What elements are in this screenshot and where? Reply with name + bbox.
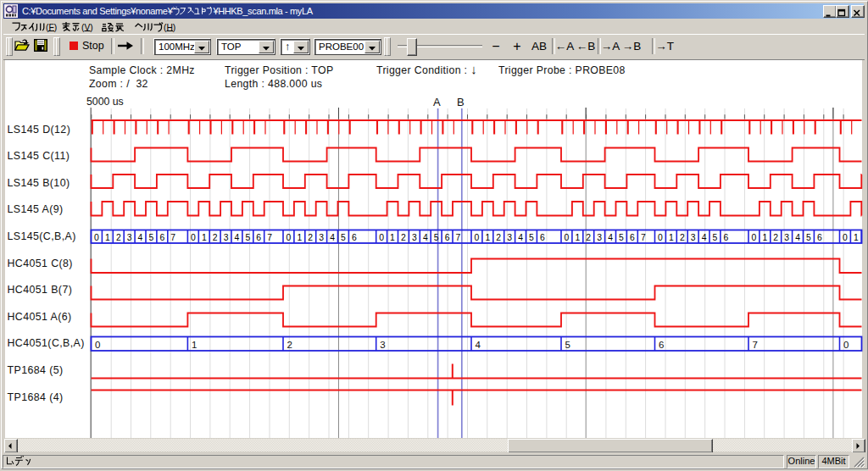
svg-text:7: 7 (456, 233, 461, 242)
svg-text:3: 3 (691, 233, 696, 242)
svg-text:7: 7 (641, 233, 646, 242)
svg-text:3: 3 (784, 233, 789, 242)
svg-text:B: B (457, 96, 465, 108)
svg-text:7: 7 (170, 233, 175, 242)
svg-text:6: 6 (817, 233, 822, 242)
svg-text:0: 0 (658, 233, 663, 242)
svg-text:HC4051 A(6): HC4051 A(6) (8, 311, 72, 323)
svg-text:5: 5 (529, 233, 534, 242)
svg-text:6: 6 (352, 233, 357, 242)
svg-text:0: 0 (752, 233, 757, 242)
svg-text:2: 2 (308, 233, 313, 242)
svg-text:TP1684 (5): TP1684 (5) (8, 364, 64, 376)
svg-text:5: 5 (565, 340, 570, 350)
svg-text:6: 6 (445, 233, 450, 242)
svg-text:3: 3 (412, 233, 417, 242)
svg-text:HC4051 B(7): HC4051 B(7) (8, 284, 73, 296)
svg-text:4: 4 (235, 233, 240, 242)
svg-text:1: 1 (669, 233, 674, 242)
svg-text:0: 0 (287, 233, 292, 242)
svg-text:1: 1 (105, 233, 110, 242)
svg-text:2: 2 (401, 233, 406, 242)
svg-text:3: 3 (224, 233, 229, 242)
svg-text:0: 0 (843, 340, 849, 350)
svg-text:3: 3 (380, 340, 385, 350)
svg-text:4: 4 (423, 233, 428, 242)
svg-text:2: 2 (680, 233, 685, 242)
svg-text:4: 4 (330, 233, 335, 242)
svg-text:7: 7 (753, 340, 758, 350)
svg-text:4: 4 (518, 233, 523, 242)
svg-text:A: A (433, 96, 441, 108)
svg-text:1: 1 (390, 233, 395, 242)
svg-text:0: 0 (94, 233, 99, 242)
svg-text:0: 0 (475, 233, 480, 242)
svg-text:4: 4 (608, 233, 613, 242)
svg-text:LS145 A(9): LS145 A(9) (8, 203, 64, 215)
svg-text:6: 6 (159, 233, 164, 242)
svg-text:2: 2 (773, 233, 778, 242)
svg-text:6: 6 (724, 233, 729, 242)
svg-text:0: 0 (843, 233, 848, 242)
svg-text:1: 1 (192, 340, 197, 350)
svg-text:2: 2 (287, 340, 292, 350)
svg-text:0: 0 (191, 233, 196, 242)
svg-text:LS145 C(11): LS145 C(11) (8, 150, 70, 162)
svg-text:5: 5 (341, 233, 346, 242)
svg-text:2: 2 (496, 233, 501, 242)
svg-text:5: 5 (149, 233, 154, 242)
svg-text:LS145(C,B,A): LS145(C,B,A) (8, 230, 76, 242)
svg-text:0: 0 (379, 233, 384, 242)
svg-text:4: 4 (138, 233, 143, 242)
svg-text:0: 0 (565, 233, 570, 242)
svg-text:6: 6 (256, 233, 261, 242)
svg-text:1: 1 (486, 233, 491, 242)
svg-text:6: 6 (630, 233, 635, 242)
svg-text:5: 5 (806, 233, 811, 242)
svg-text:1: 1 (576, 233, 581, 242)
svg-text:3: 3 (127, 233, 132, 242)
svg-text:5: 5 (713, 233, 718, 242)
svg-text:4: 4 (795, 233, 800, 242)
svg-text:2: 2 (586, 233, 591, 242)
svg-text:HC4051 C(8): HC4051 C(8) (8, 258, 73, 269)
svg-text:5: 5 (245, 233, 250, 242)
svg-text:3: 3 (507, 233, 512, 242)
svg-text:HC4051(C,B,A): HC4051(C,B,A) (8, 337, 85, 349)
svg-text:3: 3 (319, 233, 324, 242)
svg-text:4: 4 (476, 340, 481, 350)
svg-text:LS145 B(10): LS145 B(10) (8, 177, 70, 189)
svg-text:2: 2 (213, 233, 218, 242)
svg-text:5: 5 (619, 233, 624, 242)
svg-text:4: 4 (702, 233, 707, 242)
svg-text:5: 5 (434, 233, 439, 242)
svg-text:7: 7 (267, 233, 272, 242)
svg-text:6: 6 (659, 340, 664, 350)
svg-text:6: 6 (540, 233, 545, 242)
svg-text:1: 1 (763, 233, 768, 242)
svg-text:TP1684 (4): TP1684 (4) (8, 391, 64, 403)
svg-text:2: 2 (116, 233, 121, 242)
svg-text:1: 1 (297, 233, 302, 242)
svg-text:1: 1 (854, 233, 859, 242)
svg-text:3: 3 (597, 233, 602, 242)
svg-text:0: 0 (95, 340, 100, 350)
svg-text:LS145 D(12): LS145 D(12) (8, 124, 71, 136)
svg-text:1: 1 (202, 233, 207, 242)
